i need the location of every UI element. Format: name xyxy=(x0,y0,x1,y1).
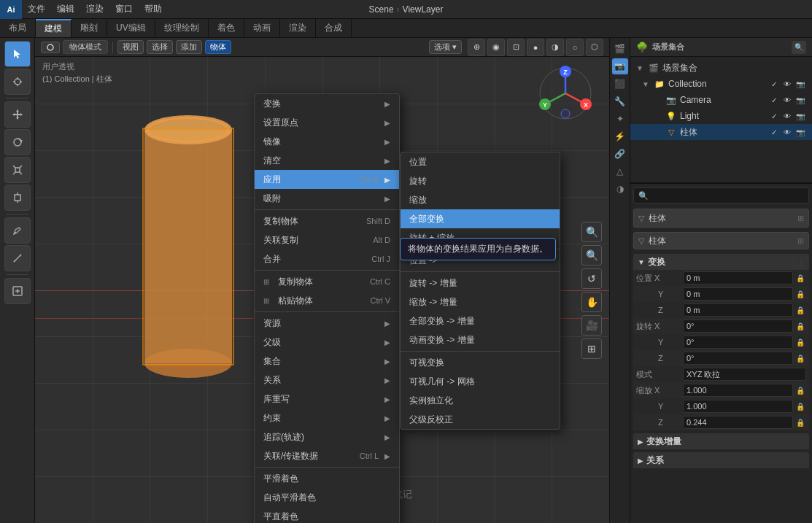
scale-x-lock[interactable]: 🔒 xyxy=(796,387,806,395)
apply-make-instances-real[interactable]: 实例独立化 xyxy=(401,391,560,410)
cylinder-vis-eye[interactable]: 👁 xyxy=(781,126,793,138)
apply-scale[interactable]: 缩放 xyxy=(401,190,560,209)
outliner-collection[interactable]: ▼ 📁 Collection ✓ 👁 📷 xyxy=(630,76,812,92)
view-menu[interactable]: 视图 xyxy=(117,40,144,54)
viewport-canvas[interactable]: 用户透视 (1) Collection | 柱体 Z X xyxy=(35,57,609,523)
nav-pan[interactable]: ✋ xyxy=(581,292,602,312)
menu-file[interactable]: 文件 xyxy=(22,0,51,18)
ctx-set-origin[interactable]: 设置原点 ▶ xyxy=(255,113,399,132)
rotation-x-lock[interactable]: 🔒 xyxy=(796,322,806,330)
ctx-copy[interactable]: ⊞ 复制物体 Ctrl C xyxy=(255,272,399,291)
location-z-value[interactable]: 0 m xyxy=(683,303,793,317)
toolbar-annotate[interactable] xyxy=(4,217,31,244)
apply-visual-geom[interactable]: 可视几何 -> 网格 xyxy=(401,372,560,391)
scale-y-lock[interactable]: 🔒 xyxy=(796,403,806,411)
rotation-z-lock[interactable]: 🔒 xyxy=(796,355,806,363)
navigation-gizmo[interactable]: Z X Y xyxy=(536,64,595,123)
scale-x-value[interactable]: 1.000 xyxy=(683,384,793,397)
ctx-join[interactable]: 合并 Ctrl J xyxy=(255,249,399,268)
props-constraints[interactable]: 🔗 xyxy=(612,146,628,162)
props-search-input[interactable]: 🔍 xyxy=(633,187,809,204)
outliner-scene-collection[interactable]: ▼ 🎬 场景集合 xyxy=(630,60,812,76)
outliner-search[interactable]: 🔍 xyxy=(792,41,806,54)
outliner-camera[interactable]: ▶ 📷 Camera ✓ 👁 📷 xyxy=(630,92,812,108)
menu-help[interactable]: 帮助 xyxy=(139,0,168,18)
props-scene[interactable]: 🎬 xyxy=(612,41,628,57)
collection-vis-render[interactable]: 📷 xyxy=(794,78,806,90)
camera-vis-eye[interactable]: 👁 xyxy=(781,94,793,106)
xray-toggle[interactable]: ⊡ xyxy=(507,39,525,56)
props-data[interactable]: △ xyxy=(612,163,628,179)
ctx-snap[interactable]: 吸附 ▶ xyxy=(255,189,399,208)
ctx-apply[interactable]: 应用 Ctrl A ▶ xyxy=(255,170,399,189)
rotation-mode-value[interactable]: XYZ 欧拉 xyxy=(683,368,806,381)
shading-wireframe[interactable]: ⬡ xyxy=(586,39,603,56)
toolbar-scale[interactable] xyxy=(4,157,31,183)
light-vis-render[interactable]: 📷 xyxy=(794,110,806,122)
toolbar-measure[interactable] xyxy=(4,245,31,271)
props-object[interactable]: ⬛ xyxy=(612,76,628,92)
cylinder-vis-check[interactable]: ✓ xyxy=(768,126,780,138)
scale-z-lock[interactable]: 🔒 xyxy=(796,419,806,427)
tab-uv[interactable]: UV编辑 xyxy=(107,19,155,37)
apply-all-increment[interactable]: 全部变换 -> 增量 xyxy=(401,311,560,330)
light-vis-check[interactable]: ✓ xyxy=(768,110,780,122)
props-relations-header[interactable]: ▶ 关系 xyxy=(633,452,809,468)
tab-texture[interactable]: 纹理绘制 xyxy=(155,19,209,37)
toolbar-rotate[interactable] xyxy=(4,129,31,155)
location-z-lock[interactable]: 🔒 xyxy=(796,306,806,314)
ctx-transform[interactable]: 变换 ▶ xyxy=(255,94,399,113)
props-modifier[interactable]: 🔧 xyxy=(612,93,628,109)
apply-anim-increment[interactable]: 动画变换 -> 增量 xyxy=(401,330,560,349)
menu-edit[interactable]: 编辑 xyxy=(51,0,80,18)
camera-vis-check[interactable]: ✓ xyxy=(768,94,780,106)
nav-zoom-out[interactable]: 🔍 xyxy=(581,245,602,266)
nav-zoom-in[interactable]: 🔍 xyxy=(581,222,602,242)
toolbar-add[interactable] xyxy=(4,278,31,304)
props-particles[interactable]: ✦ xyxy=(612,111,628,127)
ctx-relations[interactable]: 关系 ▶ xyxy=(255,371,399,390)
collection-vis-eye[interactable]: 👁 xyxy=(781,78,793,90)
tab-rendering[interactable]: 渲染 xyxy=(280,19,316,37)
ctx-duplicate[interactable]: 复制物体 Shift D xyxy=(255,212,399,230)
ctx-autosmooth[interactable]: 自动平滑着色 xyxy=(255,488,399,507)
overlay-toggle[interactable]: ◉ xyxy=(487,39,505,56)
add-menu[interactable]: 添加 xyxy=(176,40,202,54)
tab-sculpt[interactable]: 雕刻 xyxy=(71,19,107,37)
props-view[interactable]: 📷 xyxy=(612,58,628,74)
tab-layout[interactable]: 布局 xyxy=(0,19,36,37)
props-delta-header[interactable]: ▶ 变换增量 xyxy=(633,433,809,449)
mode-icon[interactable] xyxy=(41,42,60,53)
ctx-linked-dup[interactable]: 关联复制 Alt D xyxy=(255,230,399,249)
props-physics[interactable]: ⚡ xyxy=(612,128,628,144)
rotation-y-lock[interactable]: 🔒 xyxy=(796,338,806,346)
ctx-clear[interactable]: 清空 ▶ xyxy=(255,151,399,170)
ctx-library[interactable]: 库重写 ▶ xyxy=(255,390,399,408)
tab-modeling[interactable]: 建模 xyxy=(36,19,71,37)
apply-parent-inverse[interactable]: 父级反校正 xyxy=(401,410,560,429)
apply-visual-transform[interactable]: 可视变换 xyxy=(401,353,560,372)
camera-vis-render[interactable]: 📷 xyxy=(794,94,806,106)
ctx-track[interactable]: 追踪(轨迹) ▶ xyxy=(255,427,399,446)
tab-animation[interactable]: 动画 xyxy=(244,19,280,37)
location-x-lock[interactable]: 🔒 xyxy=(796,274,806,282)
apply-all-transforms[interactable]: 全部变换 xyxy=(401,209,560,228)
apply-rot-increment[interactable]: 旋转 -> 增量 xyxy=(401,274,560,293)
shading-material[interactable]: ◑ xyxy=(546,39,564,56)
nav-camera[interactable]: 🎥 xyxy=(581,315,602,336)
gizmo-toggle[interactable]: ⊕ xyxy=(468,39,485,56)
apply-rotation[interactable]: 旋转 xyxy=(401,171,560,190)
ctx-mirror[interactable]: 镜像 ▶ xyxy=(255,132,399,151)
toolbar-cursor[interactable] xyxy=(4,69,31,95)
apply-scale-increment[interactable]: 缩放 -> 增量 xyxy=(401,293,560,311)
toolbar-move[interactable] xyxy=(4,101,31,128)
scale-y-value[interactable]: 1.000 xyxy=(683,400,793,413)
tab-compositing[interactable]: 合成 xyxy=(316,19,352,37)
scale-z-value[interactable]: 0.244 xyxy=(683,416,793,429)
apply-rotation-scale[interactable]: 旋转 + 缩放 xyxy=(401,228,560,247)
menu-window[interactable]: 窗口 xyxy=(109,0,139,18)
outliner-cylinder[interactable]: ▶ ▽ 柱体 ✓ 👁 📷 xyxy=(630,124,812,140)
toolbar-transform[interactable] xyxy=(4,185,31,211)
mode-select[interactable]: 物体模式 xyxy=(63,40,108,54)
collection-vis-check[interactable]: ✓ xyxy=(768,78,780,90)
